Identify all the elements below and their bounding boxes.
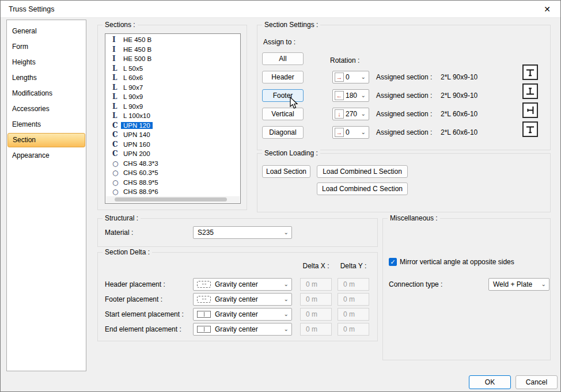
list-item[interactable]: CUPN 140 — [105, 130, 240, 140]
i-section-icon: I — [112, 55, 121, 63]
list-item-selected[interactable]: CUPN 120 — [105, 121, 240, 131]
header-placement-select[interactable]: Gravity center ⌄ — [193, 278, 292, 291]
list-item[interactable]: ○CHS 48.3*3 — [105, 159, 240, 169]
assign-footer-button[interactable]: Footer — [262, 89, 304, 102]
list-item[interactable]: LL 90x9 — [105, 92, 240, 102]
list-item-label: UPN 160 — [121, 141, 153, 148]
list-item[interactable]: LL 100x10 — [105, 111, 240, 121]
list-item-label: L 60x6 — [121, 74, 145, 81]
assigned-section-label: Assigned section : — [376, 126, 432, 139]
list-item[interactable]: IHE 450 B — [105, 35, 240, 45]
sidebar-item-form[interactable]: Form — [7, 39, 86, 55]
start-element-placement-select[interactable]: Gravity center ⌄ — [193, 308, 292, 321]
load-section-button[interactable]: Load Section — [262, 165, 310, 178]
start-element-delta-y-field[interactable]: 0 m — [338, 308, 369, 321]
l-section-icon: L — [112, 83, 121, 92]
list-item[interactable]: ○CHS 60.3*5 — [105, 168, 240, 178]
assigned-section-value: 2*L 90x9-10 — [441, 71, 477, 83]
end-element-delta-x-field[interactable]: 0 m — [300, 323, 332, 336]
scrollbar-thumb[interactable] — [115, 197, 227, 201]
rotation-select-diagonal[interactable]: → 0 ⌄ — [332, 126, 369, 139]
start-element-placement-label: Start element placement : — [105, 308, 184, 321]
sidebar-item-heights[interactable]: Heights — [7, 55, 86, 70]
assign-header-button[interactable]: Header — [262, 71, 304, 83]
footer-delta-y-field[interactable]: 0 m — [338, 293, 369, 306]
structural-group: Structural : Material : S235 ⌄ — [97, 218, 378, 247]
list-item-label: UPN 200 — [121, 150, 153, 157]
rotation-select-footer[interactable]: ← 180 ⌄ — [332, 89, 369, 102]
close-icon[interactable]: ✕ — [537, 1, 557, 18]
pipe-section-icon: ○ — [112, 188, 121, 196]
end-element-delta-y-field[interactable]: 0 m — [338, 323, 369, 336]
delta-y-header: Delta Y : — [338, 262, 369, 270]
footer-delta-x-field[interactable]: 0 m — [300, 293, 332, 306]
list-item[interactable]: ○CHS 88.9*6 — [105, 187, 240, 197]
sidebar-item-general[interactable]: General — [7, 24, 86, 39]
list-item-label: HE 500 B — [121, 55, 154, 62]
list-item-label: HE 450 B — [121, 36, 154, 43]
section-loading-title: Section Loading : — [262, 149, 320, 157]
placement-value: Gravity center — [211, 295, 258, 303]
header-placement-label: Header placement : — [105, 278, 165, 291]
chevron-down-icon: ⌄ — [282, 311, 291, 317]
placement-value: Gravity center — [211, 310, 258, 318]
i-section-icon: I — [112, 36, 121, 44]
assign-diagonal-button[interactable]: Diagonal — [262, 126, 304, 139]
list-item[interactable]: CUPN 160 — [105, 140, 240, 150]
list-item-label: L 90x9 — [121, 103, 145, 110]
rotation-value: 180 — [346, 92, 357, 100]
gravity-center-icon — [197, 281, 211, 288]
list-item-label: UPN 120 — [121, 122, 153, 129]
gravity-center-icon — [197, 326, 211, 333]
list-item-label: CHS 48.3*3 — [121, 160, 161, 167]
ok-button[interactable]: OK — [469, 375, 511, 389]
chevron-down-icon: ⌄ — [282, 326, 291, 332]
assign-vertical-button[interactable]: Vertical — [262, 108, 304, 120]
header-delta-y-field[interactable]: 0 m — [338, 278, 369, 291]
rotation-select-header[interactable]: → 0 ⌄ — [332, 71, 369, 83]
connection-type-select[interactable]: Weld + Plate ⌄ — [488, 278, 549, 291]
material-value: S235 — [194, 229, 214, 237]
section-delta-group: Section Delta : Delta X : Delta Y : Head… — [97, 252, 378, 341]
channel-section-icon: C — [112, 140, 121, 149]
rotation-select-vertical[interactable]: ↓ 270 ⌄ — [332, 108, 369, 120]
sidebar-item-accessories[interactable]: Accessories — [7, 101, 86, 117]
sidebar-item-elements[interactable]: Elements — [7, 117, 86, 132]
list-item-label: L 90x7 — [121, 84, 145, 91]
mirror-vertical-angle-checkbox[interactable]: ✓ — [389, 258, 397, 266]
section-delta-title: Section Delta : — [103, 248, 152, 256]
list-item[interactable]: LL 90x7 — [105, 83, 240, 93]
footer-placement-select[interactable]: Gravity center ⌄ — [193, 293, 292, 306]
list-item[interactable]: CUPN 200 — [105, 149, 240, 159]
list-item[interactable]: IHE 450 B — [105, 45, 240, 55]
placement-value: Gravity center — [211, 325, 258, 333]
pipe-section-icon: ○ — [112, 178, 121, 187]
load-combined-l-section-button[interactable]: Load Combined L Section — [317, 165, 408, 178]
list-item[interactable]: LL 90x9 — [105, 102, 240, 112]
sidebar-item-lengths[interactable]: Lengths — [7, 70, 86, 86]
connection-type-label: Connection type : — [389, 278, 442, 291]
sidebar-item-appearance[interactable]: Appearance — [7, 148, 86, 163]
footer-placement-label: Footer placement : — [105, 293, 162, 306]
end-element-placement-select[interactable]: Gravity center ⌄ — [193, 323, 292, 336]
assigned-section-label: Assigned section : — [376, 71, 432, 83]
load-combined-c-section-button[interactable]: Load Combined C Section — [317, 182, 408, 195]
cancel-button[interactable]: Cancel — [515, 375, 558, 389]
sidebar-item-modifications[interactable]: Modifications — [7, 86, 86, 101]
list-item-label: CHS 88.9*5 — [121, 179, 161, 186]
list-item[interactable]: ○CHS 88.9*5 — [105, 178, 240, 188]
start-element-delta-x-field[interactable]: 0 m — [300, 308, 332, 321]
list-item[interactable]: LL 60x6 — [105, 73, 240, 83]
header-delta-x-field[interactable]: 0 m — [300, 278, 332, 291]
miscellaneous-group: Miscellaneous : ✓ Mirror vertical angle … — [382, 218, 551, 360]
chevron-down-icon: ⌄ — [282, 296, 291, 302]
sidebar-item-section[interactable]: Section — [7, 133, 85, 147]
list-item-label: UPN 140 — [121, 131, 153, 138]
assign-all-button[interactable]: All — [262, 52, 304, 65]
list-item[interactable]: IHE 500 B — [105, 54, 240, 64]
horizontal-scrollbar[interactable] — [106, 196, 240, 203]
rotation-label: Rotation : — [330, 54, 359, 67]
material-select[interactable]: S235 ⌄ — [193, 226, 292, 239]
assign-to-label: Assign to : — [263, 36, 295, 48]
list-item[interactable]: LL 50x5 — [105, 64, 240, 74]
